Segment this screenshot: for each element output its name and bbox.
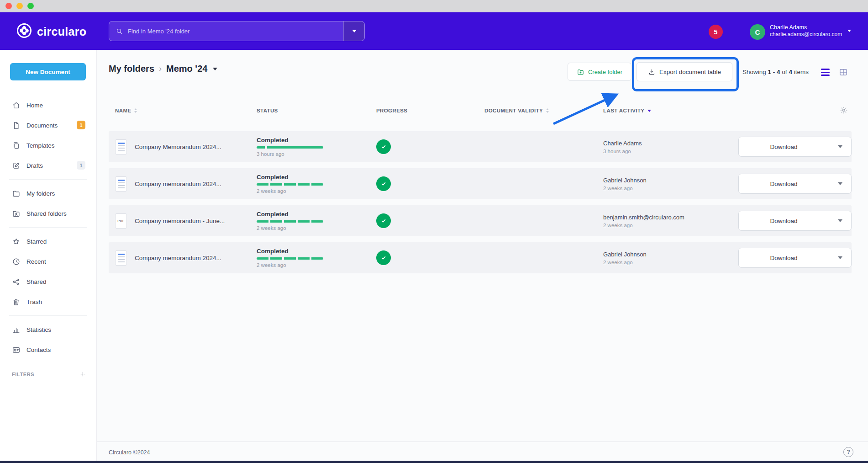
user-avatar[interactable]: C [750, 24, 765, 40]
table-row[interactable]: Company memorandum 2024... Completed 2 w… [109, 168, 852, 199]
column-header-progress[interactable]: PROGRESS [376, 108, 484, 113]
window-close-button[interactable] [5, 3, 12, 9]
column-header-validity[interactable]: DOCUMENT VALIDITY [484, 108, 603, 113]
star-icon [12, 237, 21, 246]
download-button[interactable]: Download [739, 211, 829, 230]
clock-icon [12, 257, 21, 266]
document-name[interactable]: Company Memorandum 2024... [135, 144, 221, 150]
user-menu[interactable]: Charlie Adams charlie.adams@circularo.co… [770, 24, 842, 38]
sidebar-item-my-folders[interactable]: My folders [0, 183, 96, 203]
table-settings-gear-icon[interactable] [840, 106, 848, 114]
download-button[interactable]: Download [739, 174, 829, 193]
folder-icon [12, 189, 21, 198]
doc-file-icon [115, 250, 127, 266]
status-label: Completed [257, 248, 376, 255]
activity-time: 2 weeks ago [603, 186, 738, 191]
sidebar-item-documents[interactable]: Documents 1 [0, 115, 96, 135]
draft-pencil-icon [12, 161, 21, 170]
status-time: 2 weeks ago [257, 225, 376, 231]
copyright-text: Circularo ©2024 [109, 449, 150, 456]
user-menu-caret-icon[interactable] [847, 30, 851, 32]
search-scope-dropdown[interactable] [343, 21, 364, 41]
sidebar-item-recent[interactable]: Recent [0, 251, 96, 271]
sidebar-item-home[interactable]: Home [0, 95, 96, 115]
trash-icon [12, 298, 21, 306]
sidebar-item-drafts[interactable]: Drafts 1 [0, 155, 96, 176]
folder-menu-caret-icon[interactable] [213, 68, 217, 70]
document-name[interactable]: Company memorandum - June... [135, 218, 225, 224]
table-row[interactable]: Company memorandum 2024... Completed 2 w… [109, 242, 852, 273]
documents-count-badge: 1 [77, 121, 85, 129]
download-button[interactable]: Download [739, 248, 829, 267]
download-split-button: Download [738, 174, 852, 194]
notification-count-badge[interactable]: 5 [709, 25, 723, 39]
items-count-summary: Showing 1 - 4 of 4 items [742, 69, 809, 75]
status-progress-bar [257, 146, 323, 149]
download-options-caret[interactable] [829, 137, 851, 156]
document-name[interactable]: Company memorandum 2024... [135, 255, 221, 261]
template-icon [12, 141, 21, 150]
window-zoom-button[interactable] [27, 3, 34, 9]
sidebar-item-shared[interactable]: Shared [0, 271, 96, 292]
sidebar-item-trash[interactable]: Trash [0, 292, 96, 312]
chevron-down-icon [838, 219, 842, 222]
folder-plus-icon [577, 68, 584, 76]
drafts-count-badge: 1 [77, 161, 85, 170]
sidebar-item-contacts[interactable]: Contacts [0, 340, 96, 360]
grid-view-icon[interactable] [839, 68, 848, 77]
table-row[interactable]: Company Memorandum 2024... Completed 3 h… [109, 131, 852, 162]
sidebar-divider [9, 315, 87, 316]
sort-icon [546, 108, 549, 113]
activity-time: 2 weeks ago [603, 223, 738, 228]
status-label: Completed [257, 137, 376, 144]
brand-wordmark: circularo [37, 25, 86, 38]
sidebar-item-shared-folders[interactable]: Shared folders [0, 203, 96, 224]
download-split-button: Download [738, 211, 852, 231]
doc-file-icon [115, 176, 127, 192]
activity-time: 3 hours ago [603, 149, 738, 154]
sidebar-item-templates[interactable]: Templates [0, 135, 96, 155]
window-minimize-button[interactable] [16, 3, 23, 9]
search-icon [116, 27, 123, 35]
help-button[interactable]: ? [843, 447, 853, 457]
status-time: 2 weeks ago [257, 188, 376, 194]
breadcrumb-my-folders[interactable]: My folders [109, 64, 154, 74]
sidebar-item-statistics[interactable]: Statistics [0, 319, 96, 340]
column-header-name[interactable]: NAME [115, 108, 257, 113]
export-document-table-button[interactable]: Export document table [637, 62, 732, 81]
new-document-button[interactable]: New Document [10, 63, 86, 80]
column-header-last-activity[interactable]: LAST ACTIVITY [603, 108, 738, 113]
status-progress-bar [257, 220, 323, 223]
circularo-logo-icon [16, 23, 32, 40]
window-titlebar [0, 0, 868, 12]
create-folder-button[interactable]: Create folder [568, 63, 631, 81]
chevron-down-icon [838, 145, 842, 148]
document-icon [12, 121, 21, 130]
table-row[interactable]: PDF Company memorandum - June... Complet… [109, 205, 852, 236]
user-name: Charlie Adams [770, 24, 842, 31]
download-button[interactable]: Download [739, 137, 829, 156]
status-time: 2 weeks ago [257, 262, 376, 268]
activity-time: 2 weeks ago [603, 260, 738, 265]
search-bar[interactable] [109, 21, 365, 41]
chevron-down-icon [838, 256, 842, 259]
window-bottom-edge [0, 461, 868, 463]
sidebar-divider [9, 227, 87, 228]
download-options-caret[interactable] [829, 248, 851, 267]
download-split-button: Download [738, 137, 852, 157]
user-email: charlie.adams@circularo.com [770, 31, 842, 38]
chevron-down-icon [352, 30, 357, 32]
list-view-icon[interactable] [821, 69, 830, 76]
chevron-down-icon [838, 182, 842, 185]
search-input[interactable] [128, 28, 343, 35]
download-options-caret[interactable] [829, 211, 851, 230]
bar-chart-icon [12, 325, 21, 334]
add-filter-icon[interactable] [79, 371, 86, 378]
document-name[interactable]: Company memorandum 2024... [135, 181, 221, 187]
column-header-status[interactable]: STATUS [257, 108, 376, 113]
breadcrumb-separator: › [159, 64, 162, 74]
filters-section: FILTERS [0, 371, 96, 378]
sidebar-item-starred[interactable]: Starred [0, 231, 96, 251]
circularo-logo[interactable]: circularo [16, 23, 86, 40]
download-options-caret[interactable] [829, 174, 851, 193]
